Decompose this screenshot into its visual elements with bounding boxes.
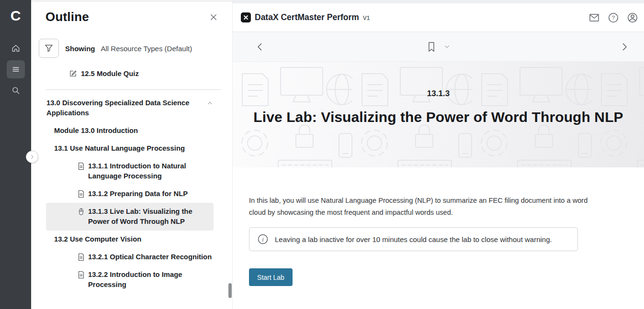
page-background-strip [233,0,644,3]
close-outline-button[interactable] [208,12,219,22]
panel-expand-button[interactable] [26,151,38,163]
mail-icon [588,12,600,23]
bookmark-button[interactable] [426,41,437,53]
bookmark-menu-button[interactable] [443,43,451,50]
help-button[interactable]: ? [608,12,619,23]
outline-divider [46,89,221,90]
search-icon [11,86,21,95]
outline-item-label: 13.1 Use Natural Language Processing [54,143,185,154]
chevron-up-icon[interactable] [206,99,214,107]
outline-item-13-2-1[interactable]: 13.2.1 Optical Character Recognition [46,248,214,266]
document-icon [78,190,85,198]
main-content-area: DataX CertMaster Perform V1 ? [232,0,644,309]
home-icon [11,44,21,53]
outline-item-13-2[interactable]: 13.2 Use Computer Vision [46,231,214,248]
lesson-description: In this lab, you will use Natural Langua… [249,195,606,219]
outline-item-label: 13.1.3 Live Lab: Visualizing the Power o… [88,207,214,227]
outline-item-13-1-2[interactable]: 13.1.2 Preparing Data for NLP [46,185,214,203]
inactivity-notice-text: Leaving a lab inactive for over 10 minut… [275,235,552,243]
chevron-left-icon [254,41,266,53]
outline-item-label: 13.2.1 Optical Character Recognition [88,252,212,262]
svg-text:?: ? [612,15,615,21]
outline-item-label: 12.5 Module Quiz [81,70,139,77]
outline-item-list: 13.0 Discovering Specialized Data Scienc… [46,94,214,294]
lesson-body: In this lab, you will use Natural Langua… [233,167,644,286]
outline-panel: Outline Showing All Resource Types (Defa… [31,0,232,309]
previous-lesson-button[interactable] [254,41,266,53]
outline-scrollbar-thumb[interactable] [228,283,232,298]
document-icon [78,271,85,279]
brand: DataX CertMaster Perform V1 [241,12,370,22]
outline-item-module-quiz[interactable]: 12.5 Module Quiz [69,69,232,77]
bookmark-icon [426,41,437,53]
account-icon [627,12,638,23]
home-button[interactable] [7,39,25,57]
outline-item-label: 13.0 Discovering Specialized Data Scienc… [46,98,206,118]
edit-quiz-icon [69,69,77,77]
account-button[interactable] [627,12,638,23]
lesson-toolbar [233,32,644,62]
svg-text:i: i [262,236,264,243]
lesson-hero-banner: 13.1.3 Live Lab: Visualizing the Power o… [233,62,644,167]
outline-item-label: 13.2 Use Computer Vision [54,234,141,244]
lesson-title: Live Lab: Visualizing the Power of Word … [233,109,644,125]
datax-logo-icon [241,12,251,22]
filter-button[interactable] [39,39,59,58]
mouse-icon [78,208,85,216]
chevron-down-icon [443,43,451,50]
close-icon [209,13,218,22]
mail-button[interactable] [588,12,600,23]
help-icon: ? [608,12,619,23]
outline-item-label: 13.2.2 Introduction to Image Processing [88,270,214,290]
outline-item-13-0[interactable]: 13.0 Discovering Specialized Data Scienc… [46,94,214,122]
outline-item-label: Module 13.0 Introduction [54,126,138,136]
document-icon [78,162,85,170]
outline-item-label: 13.1.2 Preparing Data for NLP [88,189,188,199]
filter-funnel-icon [44,44,54,53]
outline-item-13-1-3-current[interactable]: 13.1.3 Live Lab: Visualizing the Power o… [46,203,214,231]
outline-item-13-1-1[interactable]: 13.1.1 Introduction to Natural Language … [46,157,214,185]
outline-title: Outline [45,10,89,24]
product-title: DataX CertMaster Perform [255,12,359,22]
app-header: DataX CertMaster Perform V1 ? [233,3,644,32]
info-icon: i [257,233,269,245]
outline-item-module-13-intro[interactable]: Module 13.0 Introduction [46,122,214,140]
next-lesson-button[interactable] [619,41,630,53]
filter-value: All Resource Types (Default) [101,44,192,53]
start-lab-button[interactable]: Start Lab [249,268,293,286]
outline-item-13-1[interactable]: 13.1 Use Natural Language Processing [46,140,214,157]
chevron-right-icon [619,41,630,53]
outline-item-label: 13.1.1 Introduction to Natural Language … [88,161,214,181]
inactivity-notice-box: i Leaving a lab inactive for over 10 min… [249,227,578,251]
lesson-number: 13.1.3 [233,89,644,99]
search-button[interactable] [7,81,25,99]
menu-icon [11,65,21,74]
outline-item-13-2-2[interactable]: 13.2.2 Introduction to Image Processing [46,266,214,294]
comptia-logo[interactable]: C [0,0,31,32]
showing-label: Showing [65,44,95,53]
document-icon [78,253,85,261]
product-version: V1 [363,15,370,22]
chevron-right-icon [29,154,35,160]
outline-menu-button[interactable] [7,60,25,78]
